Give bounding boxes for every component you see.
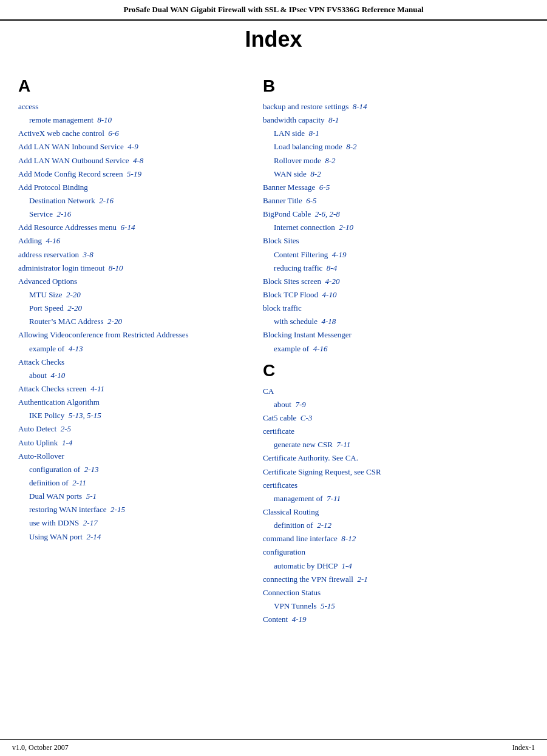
entry-text: Add Resource Addresses menu 6-14 [18,223,135,232]
list-item: WAN side 8-2 [263,168,529,180]
list-item: Connection Status [263,587,529,599]
entry-text: definition of 2-12 [274,521,331,530]
entry-text: block traffic [263,303,302,312]
list-item: generate new CSR 7-11 [263,439,529,451]
list-item: administrator login timeout 8-10 [18,262,245,274]
list-item: Banner Title 6-5 [263,195,529,207]
entry-text: example of 4-13 [29,344,83,353]
header-title: ProSafe Dual WAN Gigabit Firewall with S… [123,5,423,14]
list-item: Port Speed 2-20 [18,302,245,314]
list-item: about 7-9 [263,399,529,411]
entry-text: Port Speed 2-20 [29,303,82,312]
entry-text: automatic by DHCP 1-4 [274,561,352,570]
list-item: reducing traffic 8-4 [263,262,529,274]
list-item: automatic by DHCP 1-4 [263,560,529,572]
entry-text: Auto Uplink 1-4 [18,438,72,447]
entry-text: Cat5 cable C-3 [263,413,312,422]
entry-text: administrator login timeout 8-10 [18,263,123,272]
entry-text: VPN Tunnels 5-15 [274,601,335,610]
list-item: access [18,101,245,113]
entry-text: MTU Size 2-20 [29,290,81,299]
list-item: Classical Routing [263,506,529,518]
list-item: restoring WAN interface 2-15 [18,504,245,516]
entry-text: Advanced Options [18,277,77,286]
entry-text: IKE Policy 5-13, 5-15 [29,411,101,420]
list-item: Add Protocol Binding [18,181,245,194]
entry-text: Internet connection 2-10 [274,223,353,232]
entry-text: definition of 2-11 [29,478,86,487]
list-item: BigPond Cable 2-6, 2-8 [263,208,529,220]
entry-text: Attack Checks [18,357,64,366]
section-b-letter: B [263,76,529,96]
entry-text: command line interface 8-12 [263,534,356,543]
entry-text: Block Sites [263,236,299,245]
entry-text: Banner Title 6-5 [263,196,317,205]
entry-text: Auto-Rollover [18,451,64,461]
list-item: Add Mode Config Record screen 5-19 [18,168,245,180]
list-item: Block Sites [263,235,529,247]
list-item: Block TCP Flood 4-10 [263,289,529,301]
list-item: use with DDNS 2-17 [18,517,245,529]
list-item: definition of 2-12 [263,519,529,532]
entry-text: about 7-9 [274,400,306,409]
right-column: B backup and restore settings 8-14 bandw… [263,70,529,627]
entry-text: Add LAN WAN Outbound Service 4-8 [18,156,143,165]
list-item: Certificate Signing Request, see CSR [263,466,529,478]
list-item: Add LAN WAN Inbound Service 4-9 [18,141,245,153]
entry-text: certificates [263,481,297,490]
entry-text: BigPond Cable 2-6, 2-8 [263,209,340,218]
list-item: LAN side 8-1 [263,127,529,140]
entry-text: management of 7-11 [274,494,341,503]
list-item: example of 4-13 [18,343,245,355]
entry-text: with schedule 4-18 [274,317,336,326]
list-item: Blocking Instant Messenger [263,329,529,341]
list-item: Add LAN WAN Outbound Service 4-8 [18,155,245,167]
list-item: VPN Tunnels 5-15 [263,600,529,612]
entry-text: Block Sites screen 4-20 [263,277,339,286]
list-item: Content Filtering 4-19 [263,249,529,261]
entry-text: Content Filtering 4-19 [274,250,347,259]
list-item: Dual WAN ports 5-1 [18,490,245,502]
list-item: Destination Network 2-16 [18,195,245,207]
list-item: IKE Policy 5-13, 5-15 [18,410,245,422]
list-item: connecting the VPN firewall 2-1 [263,573,529,586]
list-item: block traffic [263,302,529,314]
list-item: Add Resource Addresses menu 6-14 [18,221,245,234]
entry-text: Authentication Algorithm [18,397,100,407]
entry-text: Destination Network 2-16 [29,196,114,205]
entry-text: backup and restore settings 8-14 [263,102,367,111]
entry-text: Router’s MAC Address 2-20 [29,317,122,326]
page-title: Index [18,27,529,52]
list-item: configuration [263,546,529,558]
entry-text: use with DDNS 2-17 [29,518,98,527]
entry-text: Certificate Signing Request, see CSR [263,467,381,476]
entry-text: generate new CSR 7-11 [274,440,350,449]
list-item: Auto Uplink 1-4 [18,437,245,449]
entry-text: example of 4-16 [274,344,327,353]
entry-text: ActiveX web cache control 6-6 [18,129,119,138]
list-item: configuration of 2-13 [18,464,245,476]
list-item: ActiveX web cache control 6-6 [18,127,245,140]
entry-text: Certificate Authority. See CA. [263,453,358,462]
list-item: bandwidth capacity 8-1 [263,114,529,126]
page-header: ProSafe Dual WAN Gigabit Firewall with S… [0,0,547,21]
footer-version: v1.0, October 2007 [12,743,69,752]
entry-text: Add Mode Config Record screen 5-19 [18,169,141,178]
list-item: Auto Detect 2-5 [18,423,245,435]
entry-text: restoring WAN interface 2-15 [29,505,125,514]
list-item: backup and restore settings 8-14 [263,101,529,113]
list-item: CA [263,385,529,397]
list-item: Service 2-16 [18,208,245,220]
page-ref: 8-10 [97,115,112,124]
entry-text: Using WAN port 2-14 [29,532,101,541]
list-item: MTU Size 2-20 [18,289,245,301]
list-item: address reservation 3-8 [18,249,245,261]
list-item: Auto-Rollover [18,450,245,462]
list-item: Using WAN port 2-14 [18,531,245,543]
entry-text: remote management 8-10 [29,115,112,124]
entry-text: LAN side 8-1 [274,129,319,138]
entry-text: Content 4-19 [263,615,307,624]
entry-text: Block TCP Flood 4-10 [263,290,336,299]
list-item: command line interface 8-12 [263,533,529,545]
entry-text: Attack Checks screen 4-11 [18,384,104,393]
